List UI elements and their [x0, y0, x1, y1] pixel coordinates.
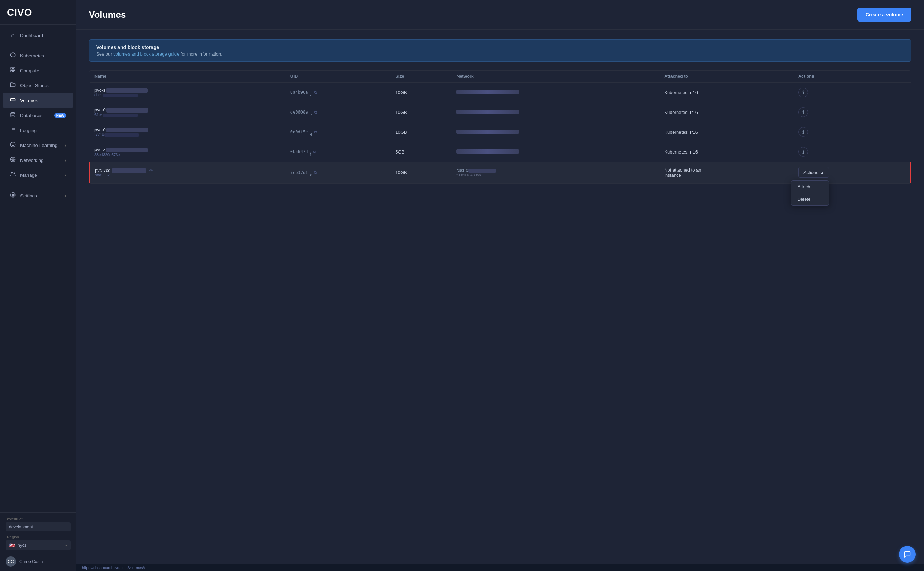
- dashboard-icon: ⌂: [10, 32, 16, 39]
- actions-cell: ℹ: [793, 83, 911, 102]
- machine-learning-chevron: ▾: [65, 144, 66, 147]
- user-name: Carrie Costa: [20, 559, 43, 564]
- svg-rect-4: [13, 70, 15, 72]
- vol-name-cell: pvc-0 f7748: [89, 122, 285, 142]
- table-row: pvc-z 38ed320e573e 0b5647d f ⧉ 5GB: [89, 142, 911, 162]
- actions-info-button[interactable]: ℹ: [798, 147, 808, 157]
- sidebar-label-networking: Networking: [20, 158, 60, 163]
- banner-text-before: See our: [96, 51, 113, 57]
- attached-cell: Kubernetes: rr16: [659, 122, 793, 142]
- chat-button[interactable]: [899, 546, 916, 563]
- info-banner: Volumes and block storage See our volume…: [89, 39, 912, 62]
- sidebar-item-compute[interactable]: Compute: [3, 63, 73, 78]
- sidebar-item-settings[interactable]: Settings ▾: [3, 188, 73, 203]
- vol-name-sub: daca: [94, 93, 281, 97]
- actions-chevron-icon: ▲: [821, 171, 824, 174]
- attached-cell: Kubernetes: rr16: [659, 83, 793, 102]
- col-attached: Attached to: [659, 71, 793, 83]
- user-avatar: CC: [6, 556, 16, 567]
- main-area: Volumes Create a volume Volumes and bloc…: [76, 0, 924, 571]
- app-logo: CIVO: [7, 7, 69, 18]
- vol-name-main: pvc-7cd ✏: [95, 168, 281, 173]
- banner-text-after: for more information.: [180, 51, 222, 57]
- copy-uid-icon[interactable]: ⧉: [315, 130, 317, 134]
- vol-name-main: pvc-0: [94, 127, 281, 132]
- manage-chevron: ▾: [65, 173, 66, 177]
- sidebar-item-manage[interactable]: Manage ▾: [3, 168, 73, 182]
- copy-uid-icon[interactable]: ⧉: [313, 150, 316, 154]
- vol-name-sub: f7748: [94, 132, 281, 136]
- compute-icon: [10, 67, 16, 74]
- svg-rect-2: [13, 68, 15, 69]
- edit-name-icon[interactable]: ✏: [150, 168, 153, 173]
- uid-cell: 0b5647d f ⧉: [285, 142, 391, 162]
- col-size: Size: [390, 71, 452, 83]
- uid-value: 8a4b96a: [290, 90, 308, 95]
- copy-uid-icon[interactable]: ⧉: [314, 170, 317, 175]
- actions-info-button[interactable]: ℹ: [798, 88, 808, 97]
- sidebar-item-dashboard[interactable]: ⌂ Dashboard: [3, 28, 73, 42]
- uid-value: de0608e: [290, 110, 308, 115]
- volumes-table-wrapper: Name UID Size Network Attached to Action…: [89, 70, 912, 184]
- attached-value: Kubernetes: rr16: [664, 90, 698, 95]
- svg-point-6: [11, 112, 15, 114]
- workspace-value: development: [6, 522, 71, 531]
- sidebar-label-compute: Compute: [20, 68, 66, 73]
- size-cell: 10GB: [390, 102, 452, 122]
- copy-uid-icon[interactable]: ⧉: [315, 90, 317, 95]
- copy-uid-icon[interactable]: ⧉: [315, 110, 317, 115]
- create-volume-button[interactable]: Create a volume: [857, 8, 912, 22]
- table-header: Name UID Size Network Attached to Action…: [89, 71, 911, 83]
- attached-value: Kubernetes: rr16: [664, 130, 698, 135]
- sidebar-label-object-stores: Object Stores: [20, 83, 66, 88]
- sidebar-item-volumes[interactable]: Volumes: [3, 93, 73, 108]
- region-label: Region: [6, 535, 71, 539]
- size-cell: 10GB: [390, 162, 452, 183]
- networking-chevron: ▾: [65, 158, 66, 162]
- sidebar-label-logging: Logging: [20, 128, 66, 133]
- sidebar-item-logging[interactable]: Logging: [3, 123, 73, 137]
- sidebar-item-object-stores[interactable]: Object Stores: [3, 78, 73, 93]
- manage-icon: [10, 171, 16, 179]
- region-flag: 🇺🇸: [9, 543, 15, 548]
- actions-cell: ℹ: [793, 102, 911, 122]
- divider-2: [6, 185, 71, 185]
- actions-cell: ℹ: [793, 142, 911, 162]
- volumes-table: Name UID Size Network Attached to Action…: [89, 71, 911, 184]
- actions-cell: Actions ▲ Attach Delete: [793, 162, 911, 183]
- status-bar: https://dashboard.civo.com/volumes#: [76, 564, 924, 571]
- sidebar-label-databases: Databases: [20, 113, 50, 118]
- settings-chevron: ▾: [65, 194, 66, 198]
- databases-badge: NEW: [54, 113, 66, 118]
- vol-name-sub: 98d1982: [95, 173, 281, 177]
- col-actions: Actions: [793, 71, 911, 83]
- attached-cell: Not attached to aninstance: [659, 162, 793, 183]
- actions-info-button[interactable]: ℹ: [798, 107, 808, 117]
- dropdown-item-delete[interactable]: Delete: [791, 193, 829, 205]
- network-cell: [452, 142, 659, 162]
- sidebar-item-kubernetes[interactable]: Kubernetes: [3, 48, 73, 63]
- sidebar-label-volumes: Volumes: [20, 98, 66, 103]
- databases-icon: [10, 112, 16, 119]
- banner-link[interactable]: volumes and block storage guide: [113, 51, 179, 57]
- vol-name-cell: pvc-z 38ed320e573e: [89, 142, 285, 162]
- uid-value: 0b5647d: [290, 149, 308, 154]
- vol-name-main: pvc-0: [94, 107, 281, 113]
- sidebar-item-machine-learning[interactable]: Machine Learning ▾: [3, 138, 73, 153]
- vol-name-main: pvc-s: [94, 88, 281, 93]
- table-row-selected: pvc-7cd ✏ 98d1982 7eb37d1 c ⧉: [89, 162, 911, 183]
- main-content: Volumes and block storage See our volume…: [76, 29, 924, 564]
- sidebar-item-databases[interactable]: Databases NEW: [3, 108, 73, 123]
- settings-icon: [10, 192, 16, 199]
- actions-dropdown-button[interactable]: Actions ▲: [798, 167, 829, 178]
- actions-info-button[interactable]: ℹ: [798, 127, 808, 137]
- svg-rect-3: [11, 70, 12, 72]
- region-select[interactable]: 🇺🇸 nyc1 ▾: [6, 540, 71, 550]
- dropdown-item-attach[interactable]: Attach: [791, 181, 829, 193]
- sidebar-item-label: Dashboard: [20, 33, 66, 38]
- svg-point-19: [12, 194, 14, 196]
- svg-rect-1: [11, 68, 12, 69]
- sidebar-label-kubernetes: Kubernetes: [20, 53, 66, 59]
- object-stores-icon: [10, 82, 16, 89]
- sidebar-item-networking[interactable]: Networking ▾: [3, 153, 73, 167]
